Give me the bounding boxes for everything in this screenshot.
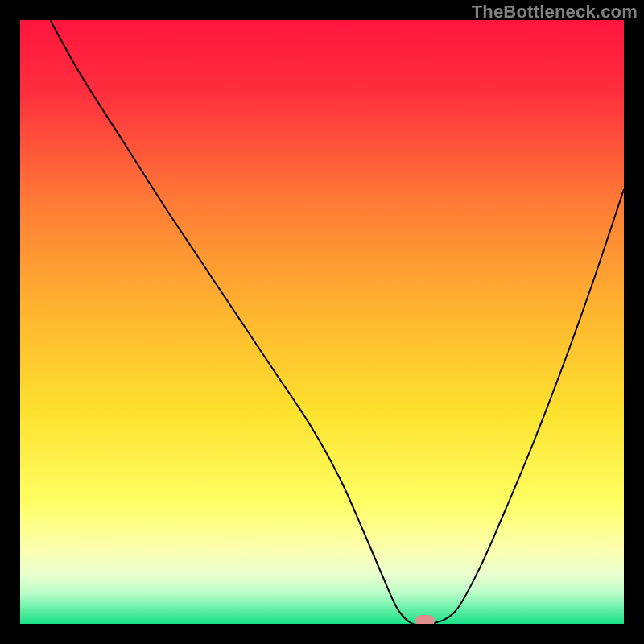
plot-area <box>20 20 624 624</box>
bottleneck-curve <box>20 20 624 624</box>
chart-frame: TheBottleneck.com <box>0 0 644 644</box>
optimal-point-marker <box>415 615 435 624</box>
watermark-text: TheBottleneck.com <box>472 2 638 23</box>
